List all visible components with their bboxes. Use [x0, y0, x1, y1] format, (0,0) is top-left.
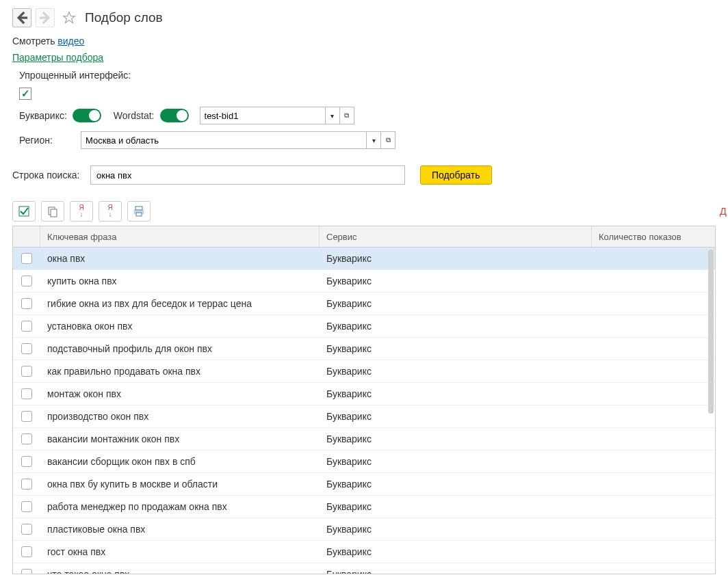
row-checkbox[interactable] [21, 253, 32, 264]
video-link[interactable]: видео [57, 36, 84, 46]
row-service: Букварикс [320, 321, 592, 332]
row-service: Букварикс [320, 388, 592, 399]
wordstat-expand-icon[interactable]: ⧉ [339, 107, 354, 124]
print-button[interactable] [127, 201, 151, 222]
row-phrase: вакансии монтажник окон пвх [40, 433, 320, 444]
back-button[interactable] [12, 8, 31, 27]
watch-prefix: Смотреть [12, 36, 57, 46]
table-row[interactable]: установка окон пвхБукварикс [13, 315, 715, 338]
wordstat-account-input[interactable] [200, 107, 326, 124]
row-checkbox[interactable] [21, 501, 32, 512]
row-phrase: пластиковые окна пвх [40, 524, 320, 535]
row-service: Букварикс [320, 456, 592, 467]
row-service: Букварикс [320, 501, 592, 512]
svg-rect-5 [136, 213, 142, 216]
row-checkbox[interactable] [21, 366, 32, 377]
forward-button[interactable] [36, 8, 55, 27]
row-phrase: окна пвх [40, 253, 320, 264]
row-service: Букварикс [320, 479, 592, 490]
row-checkbox[interactable] [21, 298, 32, 309]
row-phrase: производство окон пвх [40, 411, 320, 422]
bukvariks-toggle[interactable] [73, 109, 101, 122]
search-input[interactable] [90, 165, 405, 185]
table-row[interactable]: пластиковые окна пвхБукварикс [13, 518, 715, 541]
bukvariks-label: Букварикс: [19, 110, 67, 121]
check-all-button[interactable] [12, 201, 36, 222]
simplified-checkbox[interactable] [19, 88, 31, 100]
side-letter: Д [718, 204, 728, 218]
row-phrase: окна пвх бу купить в москве и области [40, 479, 320, 490]
header-count[interactable]: Количество показов [592, 226, 715, 247]
row-checkbox[interactable] [21, 479, 32, 490]
table-row[interactable]: подставочный профиль для окон пвхБуквари… [13, 338, 715, 360]
results-table: Ключевая фраза Сервис Количество показов… [12, 226, 716, 574]
table-row[interactable]: как правильно продавать окна пвхБукварик… [13, 360, 715, 383]
row-service: Букварикс [320, 524, 592, 535]
sort-ya-asc-button[interactable]: Я↓ [70, 201, 93, 222]
table-row[interactable]: монтаж окон пвхБукварикс [13, 383, 715, 405]
row-phrase: гибкие окна из пвх для беседок и террас … [40, 298, 320, 309]
table-row[interactable]: гост окна пвхБукварикс [13, 541, 715, 563]
scrollbar[interactable] [708, 250, 714, 414]
row-checkbox[interactable] [21, 524, 32, 535]
region-label: Регион: [19, 135, 75, 146]
row-phrase: вакансии сборщик окон пвх в спб [40, 456, 320, 467]
header-phrase[interactable]: Ключевая фраза [40, 226, 320, 247]
row-checkbox[interactable] [21, 321, 32, 332]
table-row[interactable]: окна пвхБукварикс [13, 248, 715, 270]
svg-rect-3 [135, 206, 142, 210]
row-checkbox[interactable] [21, 411, 32, 422]
row-phrase: установка окон пвх [40, 321, 320, 332]
row-checkbox[interactable] [21, 433, 32, 444]
header-service[interactable]: Сервис [320, 226, 592, 247]
row-checkbox[interactable] [21, 276, 32, 286]
region-input[interactable] [81, 131, 367, 149]
row-checkbox[interactable] [21, 456, 32, 467]
table-row[interactable]: что такое окна пвхБукварикс [13, 563, 715, 574]
search-label: Строка поиска: [12, 170, 85, 180]
row-phrase: гост окна пвх [40, 546, 320, 557]
row-service: Букварикс [320, 298, 592, 309]
row-phrase: что такое окна пвх [40, 569, 320, 574]
row-phrase: подставочный профиль для окон пвх [40, 343, 320, 354]
table-row[interactable]: купить окна пвхБукварикс [13, 270, 715, 293]
region-dropdown-icon[interactable]: ▾ [366, 131, 381, 149]
sort-ya-desc-button[interactable]: Я↓ [99, 201, 122, 222]
row-service: Букварикс [320, 276, 592, 286]
page-title: Подбор слов [85, 10, 163, 25]
row-phrase: монтаж окон пвх [40, 388, 320, 399]
wordstat-label: Wordstat: [114, 110, 155, 121]
table-row[interactable]: вакансии монтажник окон пвхБукварикс [13, 428, 715, 451]
row-checkbox[interactable] [21, 388, 32, 399]
wordstat-toggle[interactable] [160, 109, 189, 122]
row-service: Букварикс [320, 366, 592, 377]
row-checkbox[interactable] [21, 546, 32, 557]
row-checkbox[interactable] [21, 569, 32, 574]
row-phrase: как правильно продавать окна пвх [40, 366, 320, 377]
row-service: Букварикс [320, 569, 592, 574]
row-checkbox[interactable] [21, 343, 32, 354]
row-phrase: работа менеджер по продажам окна пвх [40, 501, 320, 512]
table-row[interactable]: производство окон пвхБукварикс [13, 405, 715, 428]
params-link[interactable]: Параметры подбора [12, 52, 103, 63]
table-row[interactable]: вакансии сборщик окон пвх в спбБукварикс [13, 451, 715, 473]
table-row[interactable]: гибкие окна из пвх для беседок и террас … [13, 293, 715, 315]
header-checkbox-col [13, 226, 40, 247]
simplified-label: Упрощенный интерфейс: [19, 70, 131, 81]
favorite-star-icon[interactable] [62, 10, 77, 25]
table-row[interactable]: окна пвх бу купить в москве и областиБук… [13, 473, 715, 496]
row-service: Букварикс [320, 343, 592, 354]
row-service: Букварикс [320, 433, 592, 444]
search-button[interactable]: Подобрать [420, 165, 492, 185]
copy-button[interactable] [41, 201, 64, 222]
wordstat-dropdown-icon[interactable]: ▾ [325, 107, 340, 124]
row-service: Букварикс [320, 253, 592, 264]
row-service: Букварикс [320, 411, 592, 422]
row-service: Букварикс [320, 546, 592, 557]
row-phrase: купить окна пвх [40, 276, 320, 286]
region-expand-icon[interactable]: ⧉ [380, 131, 395, 149]
table-row[interactable]: работа менеджер по продажам окна пвхБукв… [13, 496, 715, 518]
svg-rect-2 [51, 209, 57, 217]
